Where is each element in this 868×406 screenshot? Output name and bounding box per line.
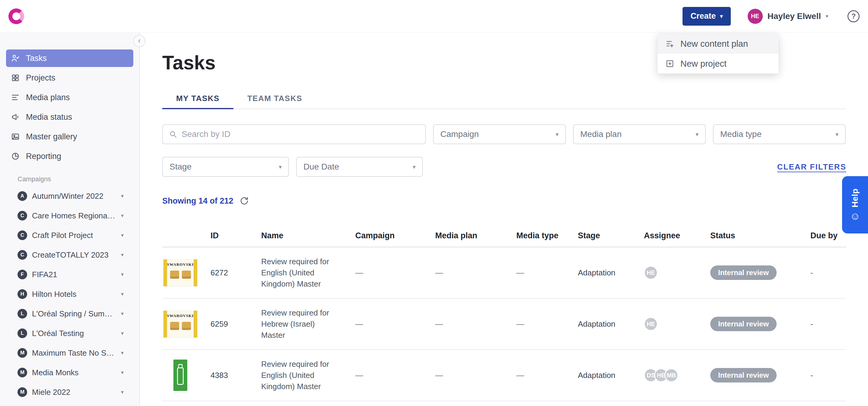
campaign-label: Autumn/Winter 2022: [32, 191, 103, 201]
chevron-down-icon: ▾: [695, 131, 699, 138]
menu-item-label: New content plan: [680, 39, 748, 49]
due-date-filter-label: Due Date: [303, 162, 339, 171]
chevron-down-icon: ▾: [720, 13, 723, 20]
stage-filter-select[interactable]: Stage ▾: [162, 157, 289, 177]
tasks-tabs: MY TASKS TEAM TASKS: [162, 88, 846, 109]
header-due-by: Due by: [810, 231, 846, 241]
sidebar-item-reporting[interactable]: Reporting: [6, 148, 133, 165]
chevron-down-icon[interactable]: ▾: [121, 350, 124, 356]
sidebar-item-projects[interactable]: Projects: [6, 69, 133, 87]
task-campaign: —: [355, 319, 435, 329]
user-name: Hayley Elwell: [768, 11, 821, 21]
sidebar: Tasks Projects Media plans Media status …: [0, 33, 140, 406]
campaign-label: Miele 2022: [32, 387, 70, 397]
campaign-label: CreateTOTALLY 2023: [32, 250, 108, 260]
task-thumbnail-swarovski: SWAROVSKI: [163, 259, 197, 286]
create-button-label: Create: [690, 11, 716, 21]
campaigns-heading: Campaigns: [6, 175, 133, 183]
header-stage: Stage: [578, 231, 644, 241]
help-tab[interactable]: Help ☺: [842, 176, 868, 233]
due-date-filter-select[interactable]: Due Date ▾: [296, 157, 423, 177]
sidebar-item-media-status[interactable]: Media status: [6, 108, 133, 126]
task-stage: Adaptation: [578, 319, 644, 329]
chevron-down-icon[interactable]: ▾: [121, 271, 124, 278]
results-summary: Showing 14 of 212: [162, 196, 846, 206]
chevron-down-icon[interactable]: ▾: [121, 310, 124, 317]
table-row[interactable]: SWAROVSKI 6272 Review required for Engli…: [162, 247, 846, 299]
campaign-item[interactable]: C CreateTOTALLY 2023 ▾: [6, 246, 131, 263]
sidebar-item-master-gallery[interactable]: Master gallery: [6, 128, 133, 146]
chevron-down-icon[interactable]: ▾: [121, 232, 124, 239]
help-question-icon[interactable]: ?: [847, 10, 860, 22]
campaign-item[interactable]: L L'Oréal Spring / Summ... ▾: [6, 305, 131, 322]
campaign-item[interactable]: L L'Oréal Testing ▾: [6, 324, 131, 342]
project-icon: [665, 59, 674, 68]
media-type-filter-label: Media type: [720, 129, 762, 139]
campaign-label: L'Oréal Spring / Summ...: [32, 309, 116, 318]
campaign-item[interactable]: M Media Monks ▾: [6, 364, 131, 381]
assignee-avatars: HE: [644, 266, 710, 280]
user-menu[interactable]: HE Hayley Elwell ▾: [748, 9, 828, 24]
sidebar-item-media-plans[interactable]: Media plans: [6, 89, 133, 106]
chevron-down-icon[interactable]: ▾: [121, 212, 124, 219]
sidebar-collapse-button[interactable]: ‹: [133, 35, 145, 47]
campaign-label: Care Homes Regional ...: [32, 211, 116, 220]
campaign-initial-badge: L: [18, 329, 27, 338]
media-plan-filter-select[interactable]: Media plan ▾: [573, 124, 706, 144]
menu-item-new-project[interactable]: New project: [657, 54, 779, 73]
tasks-table: ID Name Campaign Media plan Media type S…: [162, 224, 846, 401]
campaign-initial-badge: A: [18, 191, 27, 201]
campaign-filter-select[interactable]: Campaign ▾: [433, 124, 566, 144]
chevron-down-icon[interactable]: ▾: [121, 330, 124, 337]
search-input[interactable]: [182, 129, 419, 139]
status-badge: Internal review: [710, 266, 777, 280]
menu-item-new-content-plan[interactable]: New content plan: [657, 34, 779, 54]
chevron-down-icon[interactable]: ▾: [121, 291, 124, 298]
campaign-item[interactable]: H Hilton Hotels ▾: [6, 285, 131, 303]
campaign-item[interactable]: A Autumn/Winter 2022 ▾: [6, 187, 131, 205]
chevron-down-icon[interactable]: ▾: [121, 369, 124, 376]
campaign-initial-badge: L: [18, 309, 27, 318]
sidebar-item-label: Tasks: [26, 54, 47, 63]
sidebar-item-label: Projects: [26, 73, 56, 83]
chevron-down-icon[interactable]: ▾: [121, 389, 124, 396]
campaign-initial-badge: C: [18, 211, 27, 220]
sidebar-item-tasks[interactable]: Tasks: [6, 50, 133, 67]
table-row[interactable]: SWAROVSKI 6259 Review required for Hebre…: [162, 299, 846, 350]
task-due-by: -: [810, 268, 846, 278]
thumbnail-brand-text: SWAROVSKI: [167, 313, 194, 318]
create-dropdown-menu: New content plan New project: [657, 34, 779, 73]
chevron-down-icon[interactable]: ▾: [121, 252, 124, 258]
campaign-item[interactable]: F FIFA21 ▾: [6, 266, 131, 283]
refresh-button[interactable]: [240, 196, 249, 206]
tab-team-tasks[interactable]: TEAM TASKS: [234, 88, 316, 108]
task-due-by: -: [810, 319, 846, 329]
app-logo[interactable]: [8, 8, 24, 24]
task-name: Review required for English (United King…: [261, 358, 337, 392]
task-id: 4383: [211, 371, 261, 380]
media-type-filter-select[interactable]: Media type ▾: [713, 124, 846, 144]
tab-my-tasks[interactable]: MY TASKS: [162, 88, 234, 108]
campaign-label: Media Monks: [32, 368, 79, 377]
campaign-item[interactable]: M Miele 2022 ▾: [6, 383, 131, 401]
media-plans-icon: [11, 93, 20, 102]
table-row[interactable]: 4383 Review required for English (United…: [162, 350, 846, 401]
task-id: 6272: [211, 268, 261, 278]
campaign-item[interactable]: C Care Homes Regional ... ▾: [6, 207, 131, 224]
clear-filters-button[interactable]: CLEAR FILTERS: [777, 162, 846, 171]
status-badge: Internal review: [710, 368, 777, 382]
header-id: ID: [211, 231, 261, 241]
assignee-avatar: HE: [644, 317, 658, 331]
campaign-item[interactable]: M Maximum Taste No Su... ▾: [6, 344, 131, 362]
campaign-initial-badge: C: [18, 230, 27, 240]
chevron-down-icon[interactable]: ▾: [121, 193, 124, 199]
create-button[interactable]: Create ▾: [683, 7, 731, 26]
projects-icon: [11, 73, 20, 82]
campaign-item[interactable]: C Craft Pilot Project ▾: [6, 226, 131, 244]
showing-count: Showing 14 of 212: [162, 196, 234, 206]
table-header-row: ID Name Campaign Media plan Media type S…: [162, 224, 846, 247]
task-media-plan: —: [435, 319, 516, 329]
reporting-icon: [11, 152, 20, 161]
smiley-icon: ☺: [850, 211, 861, 221]
search-box: [162, 124, 426, 144]
